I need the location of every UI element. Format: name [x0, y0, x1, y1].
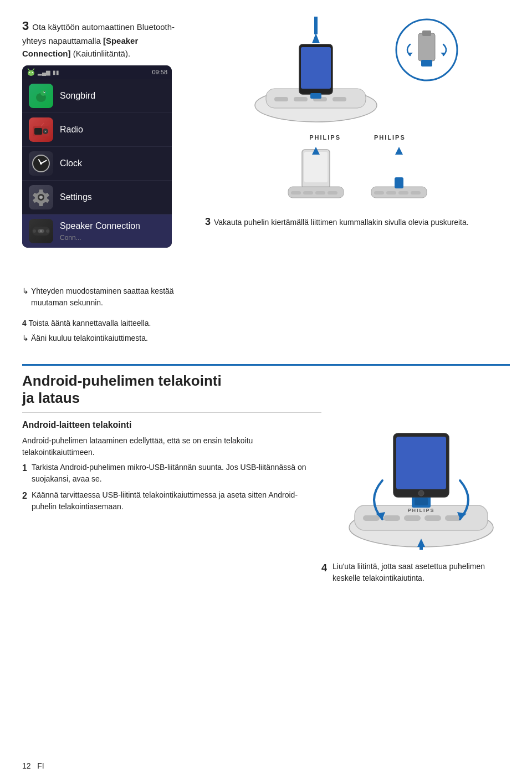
bottom-row: 4 Liu'uta liitintä, jotta saat asetettua… — [22, 561, 510, 587]
svg-point-68 — [418, 490, 424, 496]
speaker-text-block: Speaker Connection Conn... — [60, 219, 165, 243]
left-column: 3Ota käyttöön automaattinen Bluetooth-yh… — [22, 17, 188, 353]
android-step-2: 2 Käännä tarvittaessa USB-liitintä telak… — [22, 489, 321, 513]
phone-mockup: ▂▄▆ ▮▮ 09:58 — [22, 65, 172, 248]
svg-rect-72 — [420, 547, 423, 550]
phone-status-bar: ▂▄▆ ▮▮ 09:58 — [22, 65, 172, 79]
svg-point-2 — [29, 72, 30, 73]
svg-rect-53 — [411, 191, 421, 195]
step4-note: 4 Toista ääntä kannettavalla laitteella. — [22, 318, 188, 329]
step3-number: 3 — [22, 19, 29, 33]
dock-side-views — [205, 147, 510, 208]
svg-rect-34 — [314, 17, 318, 34]
step3-caption-num: 3 — [205, 216, 211, 227]
svg-marker-33 — [312, 33, 320, 43]
menu-item-songbird[interactable]: Songbird — [22, 79, 172, 113]
settings-label: Settings — [60, 191, 92, 204]
step4-bottom-num: 4 — [321, 561, 327, 576]
android-section-title: Android-puhelimen telakointi ja lataus — [22, 372, 321, 407]
menu-item-speaker[interactable]: Speaker Connection Conn... — [22, 214, 172, 248]
right-column: PHILIPS — [200, 17, 510, 353]
svg-rect-31 — [301, 47, 331, 89]
songbird-label: Songbird — [60, 89, 95, 103]
step2-text: Käännä tarvittaessa USB-liitintä telakoi… — [32, 489, 321, 513]
radio-label: Radio — [60, 123, 83, 136]
svg-rect-47 — [328, 191, 337, 195]
bottom-right: 4 Liu'uta liitintä, jotta saat asetettua… — [321, 561, 510, 587]
svg-rect-61 — [424, 515, 441, 521]
svg-rect-26 — [294, 97, 308, 101]
svg-rect-44 — [291, 191, 301, 195]
page-number: 12 — [22, 761, 31, 770]
radio-icon — [29, 117, 53, 142]
android-icon — [27, 68, 35, 76]
top-section: 3Ota käyttöön automaattinen Bluetooth-yh… — [22, 17, 510, 353]
android-section: Android-puhelimen telakointi ja lataus A… — [22, 372, 510, 550]
android-section-divider — [22, 364, 510, 366]
svg-rect-28 — [332, 97, 346, 101]
svg-rect-52 — [398, 191, 408, 195]
svg-rect-32 — [310, 93, 321, 99]
svg-rect-46 — [315, 191, 325, 195]
settings-icon — [29, 185, 53, 209]
svg-rect-37 — [422, 30, 431, 36]
signal-bars: ▂▄▆ — [38, 68, 50, 76]
step3-text: Ota käyttöön automaattinen Bluetooth-yht… — [22, 22, 175, 58]
step4-number: 4 — [22, 319, 27, 327]
svg-point-8 — [44, 91, 45, 93]
svg-rect-36 — [418, 33, 435, 61]
svg-rect-45 — [303, 191, 313, 195]
step3-right-text: PHILIPS PHILIPS — [200, 133, 510, 229]
speaker-icon — [29, 219, 53, 243]
svg-point-14 — [45, 131, 46, 132]
main-dock-svg: PHILIPS — [249, 17, 382, 127]
android-subsection-title: Android-laitteen telakointi — [22, 418, 321, 432]
step4-bottom-text: Liu'uta liitintä, jotta saat asetettua p… — [332, 561, 510, 584]
adapter-detail — [393, 17, 460, 83]
status-time: 09:58 — [152, 68, 167, 77]
svg-rect-50 — [374, 191, 384, 195]
dock-illustrations: PHILIPS — [200, 17, 510, 229]
step3-header: 3Ota käyttöön automaattinen Bluetooth-yh… — [22, 17, 188, 60]
svg-point-20 — [33, 229, 36, 233]
dock-view-right — [363, 147, 435, 208]
philips-label-1: PHILIPS — [309, 133, 341, 142]
svg-rect-59 — [383, 515, 400, 521]
android-intro: Android-puhelimen lataaminen edellyttää,… — [22, 435, 321, 458]
svg-rect-42 — [304, 152, 328, 182]
philips-row: PHILIPS PHILIPS — [205, 133, 510, 142]
top-dock-row: PHILIPS — [249, 17, 460, 127]
menu-item-settings[interactable]: Settings — [22, 181, 172, 214]
svg-rect-54 — [395, 177, 403, 188]
svg-line-4 — [28, 69, 29, 70]
page: 3Ota käyttöön automaattinen Bluetooth-yh… — [0, 0, 532, 783]
menu-item-radio[interactable]: Radio — [22, 113, 172, 147]
svg-rect-25 — [274, 97, 288, 101]
connection-notes: Yhteyden muodostaminen saattaa kestää mu… — [22, 285, 188, 311]
svg-text:PHILIPS: PHILIPS — [407, 508, 434, 513]
step4-bullets: Ääni kuuluu telakointikaiuttimesta. — [22, 332, 188, 346]
step4-bullet-1: Ääni kuuluu telakointikaiuttimesta. — [22, 332, 188, 344]
clock-label: Clock — [60, 157, 82, 170]
svg-rect-58 — [363, 515, 380, 521]
svg-rect-38 — [421, 60, 432, 66]
svg-line-15 — [41, 123, 44, 126]
clock-icon — [29, 151, 53, 176]
svg-point-17 — [39, 196, 43, 199]
svg-point-22 — [40, 230, 42, 232]
battery-icon: ▮▮ — [53, 68, 59, 76]
speaker-sublabel: Conn... — [60, 233, 165, 243]
step2-num: 2 — [22, 489, 27, 513]
step3-caption: 3Vakauta puhelin kiertämällä liittimen k… — [205, 214, 510, 229]
step1-text: Tarkista Android-puhelimen mikro-USB-lii… — [32, 462, 321, 485]
svg-point-9 — [44, 91, 45, 91]
svg-rect-67 — [396, 437, 446, 489]
songbird-icon — [29, 84, 53, 108]
note-1: Yhteyden muodostaminen saattaa kestää mu… — [22, 285, 188, 309]
svg-point-3 — [32, 72, 33, 73]
dock-view-left — [280, 147, 352, 208]
menu-item-clock[interactable]: Clock — [22, 147, 172, 181]
svg-rect-51 — [386, 191, 396, 195]
page-footer: 12 FI — [22, 760, 44, 772]
subsection-divider — [22, 412, 321, 413]
